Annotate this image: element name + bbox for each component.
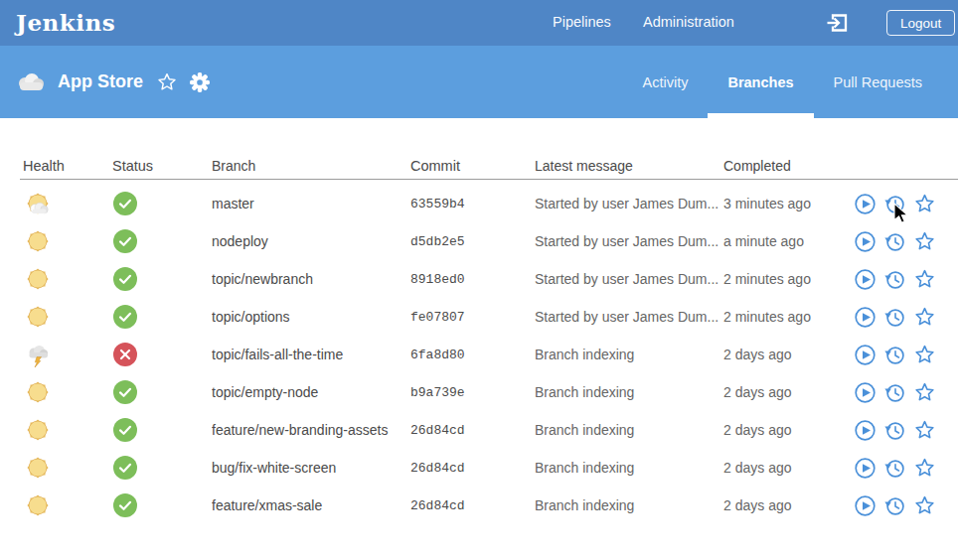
completed-time: 2 minutes ago — [723, 309, 848, 325]
table-row[interactable]: topic/empty-node b9a739e Branch indexing… — [20, 373, 958, 411]
history-icon[interactable] — [884, 382, 905, 403]
history-icon[interactable] — [884, 194, 905, 214]
branch-name: topic/fails-all-the-time — [212, 347, 410, 362]
status-cell — [112, 192, 212, 215]
row-actions — [848, 458, 958, 479]
pipeline-header: App Store A — [0, 46, 958, 118]
table-row[interactable]: feature/xmas-sale 26d84cd Branch indexin… — [20, 487, 958, 524]
star-icon[interactable] — [914, 420, 935, 441]
table-row[interactable]: topic/newbranch 8918ed0 Started by user … — [20, 260, 958, 298]
weather-sunny-icon — [24, 303, 52, 331]
branch-name: feature/new-branding-assets — [212, 422, 410, 438]
status-failure-icon — [113, 343, 137, 366]
history-icon[interactable] — [884, 269, 905, 290]
table-row[interactable]: master 63559b4 Started by user James Dum… — [20, 185, 958, 222]
completed-time: 2 days ago — [723, 384, 848, 400]
tab-pull-requests[interactable]: Pull Requests — [814, 46, 942, 118]
star-icon[interactable] — [914, 307, 935, 328]
logout-button[interactable]: Logout — [886, 10, 955, 36]
commit-hash: 8918ed0 — [410, 272, 535, 287]
status-cell — [112, 229, 212, 253]
star-icon[interactable] — [914, 458, 935, 479]
settings-gear-icon[interactable] — [190, 72, 210, 92]
pipeline-identity: App Store — [0, 70, 210, 94]
health-cell — [20, 378, 112, 406]
status-cell — [112, 343, 212, 366]
history-icon[interactable] — [884, 345, 905, 365]
pipeline-title: App Store — [58, 71, 143, 92]
branch-table-body: master 63559b4 Started by user James Dum… — [20, 185, 958, 524]
star-icon[interactable] — [914, 194, 935, 214]
history-icon[interactable] — [884, 231, 905, 252]
status-success-icon — [113, 456, 137, 480]
latest-message: Branch indexing — [535, 497, 723, 513]
weather-cloudy-icon — [16, 70, 46, 94]
table-row[interactable]: feature/new-branding-assets 26d84cd Bran… — [20, 411, 958, 449]
row-actions — [848, 307, 958, 328]
health-cell — [20, 341, 112, 368]
nav-administration[interactable]: Administration — [643, 14, 734, 30]
commit-hash: fe07807 — [410, 310, 535, 325]
star-icon[interactable] — [914, 269, 935, 290]
latest-message: Started by user James Dum... — [535, 196, 723, 211]
col-commit: Commit — [410, 158, 535, 174]
col-latest-message: Latest message — [535, 158, 723, 174]
commit-hash: 26d84cd — [410, 423, 535, 438]
status-success-icon — [113, 418, 137, 442]
play-icon[interactable] — [855, 345, 876, 365]
table-row[interactable]: topic/options fe07807 Started by user Ja… — [20, 298, 958, 336]
nav-pipelines[interactable]: Pipelines — [553, 14, 611, 30]
star-icon[interactable] — [914, 382, 935, 403]
tab-activity[interactable]: Activity — [623, 46, 709, 118]
status-success-icon — [113, 229, 137, 253]
play-icon[interactable] — [855, 420, 876, 441]
play-icon[interactable] — [855, 269, 876, 290]
play-icon[interactable] — [855, 194, 876, 214]
star-icon[interactable] — [914, 495, 935, 516]
row-actions — [848, 495, 958, 516]
star-icon[interactable] — [914, 231, 935, 252]
table-row[interactable]: bug/fix-white-screen 26d84cd Branch inde… — [20, 449, 958, 487]
completed-time: 2 days ago — [723, 422, 848, 438]
col-branch: Branch — [212, 158, 410, 174]
health-cell — [20, 227, 112, 255]
history-icon[interactable] — [884, 420, 905, 441]
history-icon[interactable] — [884, 458, 905, 479]
star-icon[interactable] — [914, 345, 935, 365]
branch-name: topic/newbranch — [212, 271, 410, 287]
play-icon[interactable] — [855, 231, 876, 252]
play-icon[interactable] — [855, 307, 876, 328]
completed-time: a minute ago — [723, 233, 848, 249]
completed-time: 2 days ago — [723, 347, 848, 362]
col-completed: Completed — [723, 158, 848, 174]
jenkins-logo[interactable]: Jenkins — [16, 9, 115, 36]
favorite-star-icon[interactable] — [157, 72, 177, 92]
commit-hash: 26d84cd — [410, 461, 535, 476]
health-cell — [20, 491, 112, 519]
tab-branches[interactable]: Branches — [708, 46, 813, 118]
logout-exit-icon[interactable] — [825, 10, 851, 36]
row-actions — [848, 269, 958, 290]
latest-message: Branch indexing — [535, 384, 723, 400]
history-icon[interactable] — [884, 495, 905, 516]
status-success-icon — [113, 380, 137, 404]
commit-hash: b9a739e — [410, 385, 535, 400]
status-cell — [112, 456, 212, 480]
row-actions — [848, 420, 958, 441]
table-row[interactable]: topic/fails-all-the-time 6fa8d80 Branch … — [20, 336, 958, 373]
latest-message: Branch indexing — [535, 422, 723, 438]
status-cell — [112, 493, 212, 517]
status-success-icon — [113, 192, 137, 215]
completed-time: 2 days ago — [723, 460, 848, 476]
row-actions — [848, 231, 958, 252]
status-success-icon — [113, 305, 137, 329]
commit-hash: d5db2e5 — [410, 234, 535, 249]
play-icon[interactable] — [855, 458, 876, 479]
row-actions — [848, 382, 958, 403]
table-row[interactable]: nodeploy d5db2e5 Started by user James D… — [20, 222, 958, 260]
history-icon[interactable] — [884, 307, 905, 328]
health-cell — [20, 265, 112, 293]
play-icon[interactable] — [855, 382, 876, 403]
latest-message: Branch indexing — [535, 460, 723, 476]
play-icon[interactable] — [855, 495, 876, 516]
